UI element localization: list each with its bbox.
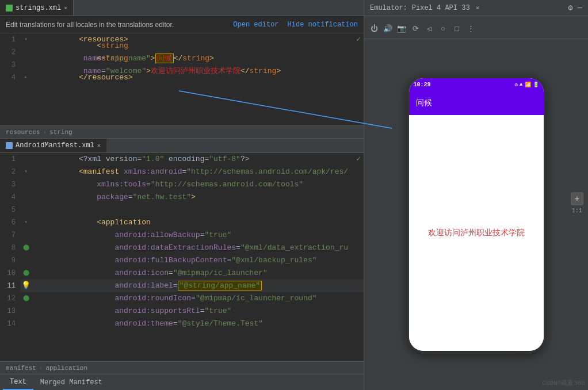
bulb-icon[interactable]: 💡 <box>21 280 30 292</box>
power-icon[interactable]: ⏻ <box>369 24 379 34</box>
manifest-line-4: 4 package="net.hw.test"> <box>0 191 364 204</box>
line-num-4: 4 <box>0 71 20 84</box>
emulator-label: Emulator: <box>370 4 407 12</box>
zoom-ratio: 1:1 <box>571 208 583 214</box>
text-tab[interactable]: Text <box>3 374 33 390</box>
gutter-1: ▾ <box>20 33 32 46</box>
manifest-icon <box>6 142 13 149</box>
emulator-toolbar: ⏻ 🔊 📷 ⟳ ◁ ○ □ ⋮ <box>364 19 588 39</box>
breadcrumb-sep-2: › <box>39 365 43 372</box>
gutter-4: ▸ <box>20 71 32 84</box>
phone-app-bar: 问候 <box>409 91 544 115</box>
fold-4[interactable]: ▸ <box>24 71 28 84</box>
emulator-minimize-icon[interactable]: ─ <box>578 3 582 13</box>
recent-icon[interactable]: □ <box>452 24 462 34</box>
line-num-3: 3 <box>0 59 20 71</box>
volume-icon[interactable]: 🔊 <box>383 24 393 34</box>
strings-tab-close[interactable]: ✕ <box>64 5 67 12</box>
battery-icon: 🔋 <box>533 82 539 88</box>
signal-icon: 📶 <box>525 82 531 88</box>
phone-screen: 10:29 ⚙ ▲ 📶 🔋 问候 欢迎访问泸州职业技术学院 <box>409 78 544 351</box>
manifest-tab-close[interactable]: ✕ <box>97 142 101 149</box>
manifest-tab-bar: AndroidManifest.xml ✕ <box>0 138 364 153</box>
manifest-breadcrumb: manifest › application <box>0 361 364 374</box>
manifest-line-14: 14 android:theme="@style/Theme.Test" <box>0 318 364 330</box>
phone-welcome-text: 欢迎访问泸州职业技术学院 <box>428 228 525 238</box>
phone-status-bar: 10:29 ⚙ ▲ 📶 🔋 <box>409 78 544 91</box>
breadcrumb-string: string <box>49 129 72 136</box>
strings-line-4: 4 ▸ </resources> <box>0 71 364 84</box>
phone-content: 欢迎访问泸州职业技术学院 <box>409 115 544 351</box>
strings-xml-editor: 1 ▾ <resources> ✓ 2 <string name="app_na… <box>0 33 364 125</box>
home-icon[interactable]: ○ <box>438 24 448 34</box>
breadcrumb-application: application <box>45 365 87 372</box>
manifest-xml-tab[interactable]: AndroidManifest.xml ✕ <box>0 139 106 152</box>
breadcrumb-resources: resources <box>6 129 40 136</box>
phone-body: 10:29 ⚙ ▲ 📶 🔋 问候 欢迎访问泸州职业技术学院 <box>407 77 545 353</box>
manifest-xml-editor: 1 <?xml version="1.0" encoding="utf-8"?>… <box>0 153 364 361</box>
phone-time: 10:29 <box>414 82 431 88</box>
manifest-tab-label: AndroidManifest.xml <box>16 142 94 150</box>
main-area: Edit translations for all locales in the… <box>0 16 588 390</box>
top-tab-bar: strings.xml ✕ Emulator: Pixel 4 API 33 ✕… <box>0 0 588 16</box>
phone-container: 10:29 ⚙ ▲ 📶 🔋 问候 欢迎访问泸州职业技术学院 <box>407 39 545 390</box>
settings-icon: ⚙ <box>515 82 518 88</box>
breadcrumb-sep-1: › <box>43 129 47 136</box>
line-num-1: 1 <box>0 33 20 46</box>
emulator-settings-icon[interactable]: ⚙ <box>568 3 572 13</box>
editor-pane: Edit translations for all locales in the… <box>0 16 364 390</box>
rotate-icon[interactable]: ⟳ <box>410 24 421 34</box>
strings-tab-label: strings.xml <box>16 4 61 12</box>
strings-breadcrumb: resources › string <box>0 125 364 138</box>
line-num-2: 2 <box>0 46 20 59</box>
merged-manifest-tab[interactable]: Merged Manifest <box>33 374 109 390</box>
phone-status-icons: ⚙ ▲ 📶 🔋 <box>515 82 539 88</box>
emulator-panel: ⏻ 🔊 📷 ⟳ ◁ ○ □ ⋮ 10:29 ⚙ ▲ 📶 🔋 <box>364 16 588 390</box>
bottom-tab-bar: Text Merged Manifest <box>0 374 364 390</box>
zoom-in-button[interactable]: + <box>571 193 583 205</box>
more-icon[interactable]: ⋮ <box>465 24 476 34</box>
back-icon[interactable]: ◁ <box>424 24 434 34</box>
phone-app-title: 问候 <box>416 98 432 108</box>
emulator-close-icon[interactable]: ✕ <box>476 4 480 12</box>
strings-xml-icon <box>6 5 13 12</box>
emulator-device-name: Pixel 4 API 33 <box>412 4 470 12</box>
wifi-icon: ▲ <box>520 82 522 87</box>
strings-xml-tab[interactable]: strings.xml ✕ <box>0 0 74 16</box>
watermark: CSDN©疏夏365 <box>542 378 585 387</box>
fold-1[interactable]: ▾ <box>24 33 28 46</box>
line-content-4: </resources> <box>32 59 364 97</box>
breadcrumb-manifest: manifest <box>6 365 36 372</box>
zoom-controls: + 1:1 <box>571 193 583 214</box>
screenshot-icon[interactable]: 📷 <box>396 24 407 34</box>
